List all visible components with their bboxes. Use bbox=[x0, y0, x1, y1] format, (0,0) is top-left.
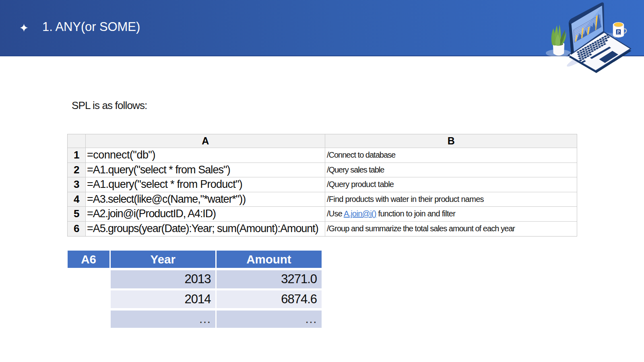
svg-text:P: P bbox=[617, 30, 620, 34]
